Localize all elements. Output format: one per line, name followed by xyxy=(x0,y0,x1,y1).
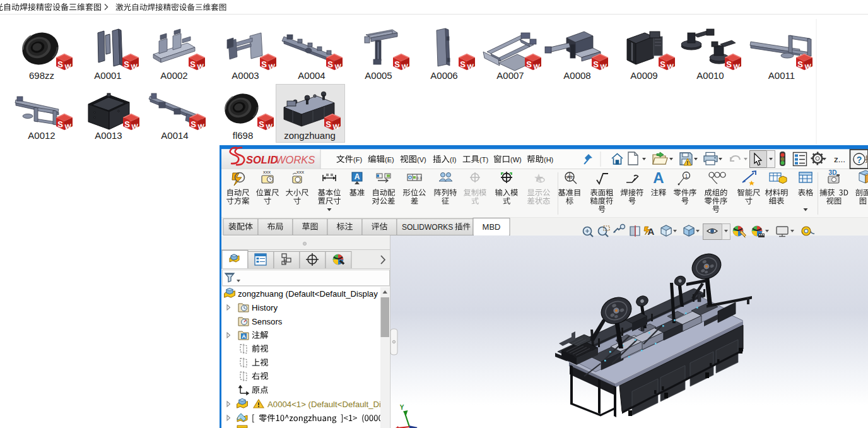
svg-text:MBD: MBD xyxy=(483,222,501,232)
svg-text:SOLID: SOLID xyxy=(246,154,278,165)
svg-text:xxx: xxx xyxy=(296,169,304,175)
svg-text:zongzhuang: zongzhuang xyxy=(284,130,336,141)
svg-text:SOLIDWORKS: SOLIDWORKS xyxy=(402,223,453,232)
svg-text:History: History xyxy=(252,303,278,312)
svg-text:A0007: A0007 xyxy=(496,70,524,81)
svg-text:fl698: fl698 xyxy=(233,130,254,141)
svg-text:Sensors: Sensors xyxy=(252,317,283,326)
svg-text:A0002: A0002 xyxy=(160,70,187,81)
svg-text:(H): (H) xyxy=(544,156,553,163)
svg-text:698zz: 698zz xyxy=(29,70,54,81)
svg-text:Y: Y xyxy=(400,404,404,411)
svg-text:A0014: A0014 xyxy=(161,130,188,141)
svg-text:A0001: A0001 xyxy=(94,70,121,81)
svg-text:A0004: A0004 xyxy=(298,70,325,81)
svg-text:(I): (I) xyxy=(450,156,456,163)
svg-text:A0005: A0005 xyxy=(365,70,392,81)
svg-text:A0010: A0010 xyxy=(696,70,724,81)
svg-text:(T): (T) xyxy=(479,156,488,163)
svg-text:0.3: 0.3 xyxy=(416,176,422,180)
svg-text:A0013: A0013 xyxy=(95,130,122,141)
svg-text:A0008: A0008 xyxy=(563,70,590,81)
svg-text:A: A xyxy=(653,169,664,186)
svg-text:(F): (F) xyxy=(353,156,362,163)
svg-text:A0009: A0009 xyxy=(630,70,657,81)
svg-text:z...: z... xyxy=(834,155,845,164)
svg-text:1: 1 xyxy=(684,173,688,179)
svg-text:?: ? xyxy=(857,155,862,165)
svg-text:A: A xyxy=(648,226,655,237)
svg-text:(E): (E) xyxy=(385,156,394,163)
svg-text:WORKS: WORKS xyxy=(276,154,315,165)
svg-text:A: A xyxy=(355,172,360,181)
svg-text:zongzhuang (Default<Default_D: zongzhuang (Default<Default_Display xyxy=(238,289,378,299)
svg-text:xxx: xxx xyxy=(263,169,271,175)
svg-text:A0004<1> (Default<Default_Di: A0004<1> (Default<Default_Di xyxy=(267,400,381,409)
svg-text:A: A xyxy=(242,333,246,340)
svg-text:(W): (W) xyxy=(510,156,522,163)
svg-text:A1: A1 xyxy=(567,175,573,179)
svg-text:3D: 3D xyxy=(829,169,837,176)
svg-text:A0011: A0011 xyxy=(768,70,795,81)
svg-text:A0012: A0012 xyxy=(28,130,55,141)
svg-text:(V): (V) xyxy=(417,156,426,163)
svg-text:A0006: A0006 xyxy=(430,70,457,81)
svg-text:A0003: A0003 xyxy=(232,70,259,81)
